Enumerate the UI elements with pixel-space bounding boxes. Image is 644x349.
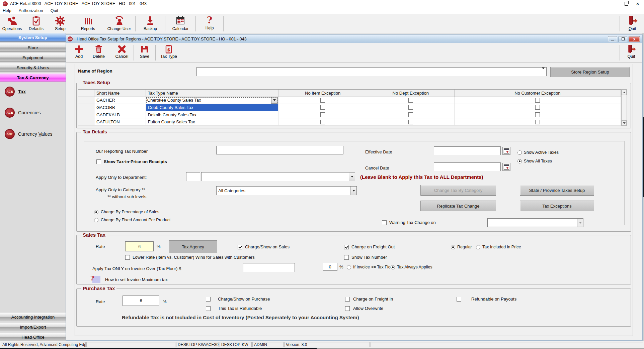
child-close-button[interactable]: x xyxy=(629,36,640,42)
show-tax-number-option[interactable]: Show Tax Number xyxy=(344,255,387,260)
chevron-down-icon[interactable] xyxy=(350,187,356,195)
chevron-down-icon[interactable] xyxy=(349,172,355,181)
help-button[interactable]: ? Help xyxy=(196,14,223,33)
table-row[interactable]: GACHER Cherokee County Sales Tax xyxy=(78,97,621,104)
tax-floor-input[interactable] xyxy=(243,263,295,272)
charge-show-on-purchase-checkbox[interactable] xyxy=(206,297,211,302)
charge-show-on-sales-checkbox[interactable] xyxy=(238,245,242,249)
sidebar-section-accounting-integration[interactable]: Accounting Integration xyxy=(0,313,66,321)
sidebar-item-tax[interactable]: ACE Tax xyxy=(0,87,66,97)
tax-agency-button[interactable]: Tax Agency xyxy=(169,240,217,253)
warning-tax-change-option[interactable]: Warning Tax Change on xyxy=(382,220,436,225)
tax-type-button[interactable]: $ Tax Type xyxy=(156,43,181,62)
add-button[interactable]: Add xyxy=(70,43,88,62)
this-tax-refundable-checkbox[interactable] xyxy=(206,306,211,311)
if-invoice-radio[interactable] xyxy=(347,265,351,269)
scroll-up-icon[interactable] xyxy=(622,90,627,95)
no-dept-exception-checkbox[interactable] xyxy=(408,120,413,124)
allow-overwrite-checkbox[interactable] xyxy=(345,306,350,311)
charge-on-freight-out-checkbox[interactable] xyxy=(344,245,349,249)
charge-by-percentage-option[interactable]: Charge By Percentage of Sales xyxy=(94,210,159,214)
save-button[interactable]: Save xyxy=(135,43,155,62)
menu-authorization[interactable]: Authorization xyxy=(19,8,43,13)
child-restore-button[interactable] xyxy=(619,36,627,42)
effective-date-calendar-button[interactable] xyxy=(502,147,510,155)
department-code-input[interactable] xyxy=(186,172,200,181)
table-row[interactable]: GADEKALB Dekalb County Sales Tax xyxy=(78,111,621,119)
replicate-tax-change-button[interactable]: Replicate Tax Change xyxy=(420,201,496,211)
no-item-exception-checkbox[interactable] xyxy=(320,112,325,117)
if-invoice-option[interactable]: If Invoice <= Tax Floor xyxy=(347,265,394,269)
category-combobox[interactable]: All Categories xyxy=(216,186,357,195)
no-item-exception-checkbox[interactable] xyxy=(320,105,325,110)
show-tax-in-price-checkbox[interactable] xyxy=(96,159,101,164)
this-tax-refundable-option[interactable]: This Tax is Refundable xyxy=(206,306,262,311)
charge-show-on-purchase-option[interactable]: Charge/Show on Purchase xyxy=(206,297,270,302)
sidebar-section-head-office[interactable]: Head Office xyxy=(0,333,66,341)
no-customer-exception-checkbox[interactable] xyxy=(535,98,540,103)
scroll-down-icon[interactable] xyxy=(622,120,627,126)
close-button[interactable]: × xyxy=(632,1,643,7)
purchase-rate-input[interactable]: 6 xyxy=(123,296,159,306)
store-region-setup-button[interactable]: Store Region Setup xyxy=(550,67,630,77)
effective-date-input[interactable] xyxy=(434,146,501,155)
warning-combobox[interactable] xyxy=(487,218,583,227)
sidebar-item-currency-values[interactable]: ACE Currency Values xyxy=(0,129,66,139)
sidebar-section-tax-currency[interactable]: Tax & Currency xyxy=(0,73,66,82)
show-tax-in-price-option[interactable]: Show Tax-in-Price on Receipts xyxy=(96,159,167,164)
no-item-exception-checkbox[interactable] xyxy=(320,120,325,124)
row-selector[interactable] xyxy=(78,111,94,118)
tax-type-cell-combobox[interactable]: Cherokee County Sales Tax xyxy=(146,97,278,104)
charge-by-fixed-radio[interactable] xyxy=(94,218,98,222)
show-tax-number-checkbox[interactable] xyxy=(344,255,349,260)
sidebar-section-store[interactable]: Store xyxy=(0,43,66,52)
reports-button[interactable]: Reports xyxy=(74,14,102,33)
no-customer-exception-checkbox[interactable] xyxy=(535,112,540,117)
state-province-taxes-setup-button[interactable]: State / Province Taxes Setup xyxy=(520,185,594,196)
department-combobox[interactable] xyxy=(201,172,355,181)
row-selector[interactable] xyxy=(78,97,94,104)
restore-button[interactable] xyxy=(621,1,632,7)
regular-radio[interactable] xyxy=(451,245,455,249)
floor-percent-input[interactable]: 0 xyxy=(323,263,337,271)
tax-always-radio[interactable] xyxy=(391,265,395,269)
sidebar-section-import-export[interactable]: Import/Export xyxy=(0,323,66,331)
defaults-button[interactable]: Defaults xyxy=(24,14,48,33)
sidebar-section-equipment[interactable]: Equipment xyxy=(0,53,66,62)
sidebar-section-security-users[interactable]: Security & Users xyxy=(0,63,66,72)
charge-on-freight-in-checkbox[interactable] xyxy=(345,297,350,302)
table-row[interactable]: GACOBB Cobb County Sales Tax xyxy=(78,104,621,111)
sidebar-item-currencies[interactable]: ACE Currencies xyxy=(0,108,66,118)
quit-button[interactable]: Quit xyxy=(621,14,644,33)
table-row[interactable]: GAFULTON Fulton County Sales Tax xyxy=(78,118,621,126)
no-dept-exception-checkbox[interactable] xyxy=(408,98,413,103)
show-active-taxes-option[interactable]: Show Active Taxes xyxy=(517,150,559,155)
calendar-button[interactable]: Calendar xyxy=(166,14,195,33)
no-customer-exception-checkbox[interactable] xyxy=(535,105,540,110)
child-quit-button[interactable]: Quit xyxy=(621,43,642,62)
no-customer-exception-checkbox[interactable] xyxy=(535,120,540,124)
charge-show-on-sales-option[interactable]: Charge/Show on Sales xyxy=(238,244,290,249)
charge-on-freight-in-option[interactable]: Charge on Freight In xyxy=(345,297,393,302)
tax-always-option[interactable]: Tax Always Applies xyxy=(391,265,432,269)
lower-rate-option[interactable]: Lower Rate (Item vs. Customer) Wins for … xyxy=(125,255,255,260)
table-scrollbar[interactable] xyxy=(621,89,627,126)
show-all-taxes-radio[interactable] xyxy=(517,159,522,163)
menu-help[interactable]: Help xyxy=(3,8,11,13)
no-dept-exception-checkbox[interactable] xyxy=(408,112,413,117)
no-dept-exception-checkbox[interactable] xyxy=(408,105,413,110)
tax-included-option[interactable]: Tax Included in Price xyxy=(476,245,521,249)
tax-included-radio[interactable] xyxy=(476,245,480,249)
setup-button[interactable]: Setup xyxy=(48,14,72,33)
allow-overwrite-option[interactable]: Allow Overwrite xyxy=(345,306,383,311)
row-selector[interactable] xyxy=(78,104,94,111)
lower-rate-checkbox[interactable] xyxy=(125,255,130,260)
show-all-taxes-option[interactable]: Show All Taxes xyxy=(517,159,552,163)
name-of-region-combobox[interactable] xyxy=(196,67,547,76)
chevron-down-icon[interactable] xyxy=(271,97,278,104)
charge-on-freight-out-option[interactable]: Charge on Freight Out xyxy=(344,244,395,249)
warning-tax-change-checkbox[interactable] xyxy=(382,220,387,225)
row-selector[interactable] xyxy=(78,118,94,125)
reporting-tax-number-input[interactable] xyxy=(216,146,343,154)
show-active-taxes-radio[interactable] xyxy=(517,150,522,155)
